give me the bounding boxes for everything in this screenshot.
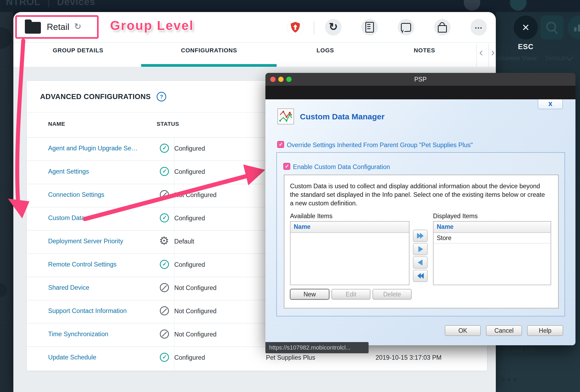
not-configured-icon: [160, 330, 169, 339]
lock-button[interactable]: [434, 19, 451, 36]
configured-icon: [160, 213, 169, 222]
help-button[interactable]: Help: [527, 325, 563, 336]
description-text: Custom Data is used to collect and displ…: [290, 182, 546, 207]
status-text: Not Configured: [174, 331, 216, 338]
rewards-button[interactable]: [287, 19, 304, 36]
config-link[interactable]: Deployment Server Priority: [48, 238, 123, 245]
edit-button[interactable]: Edit: [331, 289, 370, 300]
feedback-button[interactable]: [398, 19, 414, 36]
screen: × ESC Columns View: Default 0.70.249.148…: [0, 0, 580, 392]
displayed-items-label: Displayed Items: [433, 213, 478, 220]
tab-scroll-divider-2: [488, 44, 489, 67]
enable-label: Enable Custom Data Configuration: [293, 163, 390, 171]
tab-group-details[interactable]: GROUP DETAILS: [53, 47, 103, 54]
background-page-left: [0, 12, 13, 392]
displayed-items-list[interactable]: Name Store: [433, 221, 551, 285]
default-gear-icon: [160, 237, 169, 246]
config-link[interactable]: Remote Control Settings: [48, 261, 117, 268]
search-icon: [540, 15, 563, 40]
link-status-tooltip: https://s107982.mobicontrolcl...: [265, 342, 369, 353]
close-overlay-button[interactable]: ×: [514, 15, 538, 40]
app-brand-fragment: NTROL|Devices: [6, 0, 95, 7]
active-tab-indicator: [141, 64, 277, 67]
document-icon: [365, 22, 374, 33]
move-left-button[interactable]: [413, 256, 428, 269]
status-text: Configured: [174, 354, 205, 361]
config-link[interactable]: Shared Device: [48, 284, 89, 291]
config-link[interactable]: Support Contact Information: [48, 307, 127, 315]
annotation-group-level: Group Level: [110, 18, 194, 33]
folder-icon: [25, 22, 41, 34]
move-all-left-button[interactable]: [413, 270, 428, 282]
config-link[interactable]: Custom Data: [48, 214, 85, 222]
status-text: Default: [174, 238, 194, 245]
dialog-close-button[interactable]: x: [538, 99, 563, 109]
custom-data-manager-dialog: x Custom Data Manager Override Settings …: [265, 99, 575, 345]
status-text: Configured: [174, 145, 205, 152]
available-items-label: Available Items: [290, 213, 332, 220]
avatar[interactable]: [510, 0, 527, 11]
search-button[interactable]: [540, 15, 563, 40]
status-text: Not Configured: [174, 191, 216, 199]
inherited-from-cell: Pet Supplies Plus: [266, 354, 315, 361]
not-configured-icon: [160, 283, 169, 292]
column-header-name: NAME: [48, 121, 65, 127]
cancel-button[interactable]: Cancel: [486, 325, 522, 336]
esc-hint: ESC: [514, 43, 538, 51]
move-all-right-button[interactable]: [413, 230, 428, 242]
enable-checkbox[interactable]: [283, 163, 290, 170]
columns-view-value[interactable]: Default: [545, 54, 566, 62]
available-items-list[interactable]: Name: [290, 221, 409, 285]
double-left-arrow-icon: [416, 272, 424, 279]
delete-button[interactable]: Delete: [373, 289, 412, 300]
table-row[interactable]: Update Schedule Configured Pet Supplies …: [27, 346, 487, 371]
chat-bubble-icon: [401, 23, 411, 32]
move-right-button[interactable]: [413, 243, 428, 255]
tab-scroll-right[interactable]: ›: [491, 46, 495, 59]
close-x-icon: ×: [522, 20, 529, 34]
config-link[interactable]: Agent and Plugin Upgrade Se…: [48, 145, 137, 152]
reload-button[interactable]: ↻: [325, 19, 342, 36]
config-link[interactable]: Connection Settings: [48, 191, 104, 198]
row-actions-ellipsis[interactable]: •••: [501, 373, 519, 386]
dialog-title: Custom Data Manager: [300, 112, 385, 121]
tab-scroll-left[interactable]: ‹: [479, 46, 483, 59]
device-ip-text: 0.70.249.148: [497, 346, 536, 354]
brand-text: NTROL: [6, 0, 40, 7]
available-list-header: Name: [291, 222, 409, 233]
new-button[interactable]: New: [290, 289, 329, 300]
psp-popup-window: PSP s107982.mobicontrolcloud.com/MobiCon…: [265, 73, 575, 345]
configured-icon: [160, 144, 169, 153]
list-item-store[interactable]: Store: [434, 233, 551, 244]
line-chart-glyph: [278, 109, 293, 124]
ok-button[interactable]: OK: [445, 325, 481, 336]
last-modified-cell: 2019-10-15 3:17:03 PM: [376, 354, 442, 361]
override-label: Override Settings Inherited From Parent …: [287, 142, 473, 149]
reload-icon: ↻: [329, 21, 338, 33]
group-selector[interactable]: Retail ↻: [15, 15, 99, 39]
help-icon[interactable]: ?: [157, 92, 166, 101]
reader-button[interactable]: [361, 19, 378, 36]
tab-configurations[interactable]: CONFIGURATIONS: [181, 47, 237, 54]
popup-url-bar[interactable]: s107982.mobicontrolcloud.com/MobiControl…: [265, 86, 575, 99]
shield-up-icon: [291, 22, 300, 33]
tab-notes[interactable]: NOTES: [414, 47, 435, 54]
toolbar-divider: [314, 21, 314, 34]
displayed-list-header: Name: [434, 222, 551, 233]
refresh-group-icon[interactable]: ↻: [74, 21, 81, 32]
status-text: Not Configured: [174, 284, 216, 292]
config-link[interactable]: Time Synchronization: [48, 331, 108, 338]
brand-divider: |: [40, 0, 57, 7]
config-link[interactable]: Update Schedule: [48, 354, 96, 361]
tab-logs[interactable]: LOGS: [316, 47, 334, 54]
app-top-bar: NTROL|Devices: [0, 0, 580, 12]
ellipsis-icon: …: [474, 21, 483, 30]
columns-view-label: Columns View:: [493, 54, 539, 62]
notification-icon[interactable]: [464, 0, 480, 11]
config-link[interactable]: Agent Settings: [48, 168, 89, 175]
more-menu-button[interactable]: …: [470, 19, 487, 36]
override-checkbox[interactable]: [277, 141, 284, 148]
popup-titlebar[interactable]: PSP: [265, 73, 575, 86]
header-divider: [13, 42, 496, 43]
group-name: Retail: [47, 22, 69, 32]
